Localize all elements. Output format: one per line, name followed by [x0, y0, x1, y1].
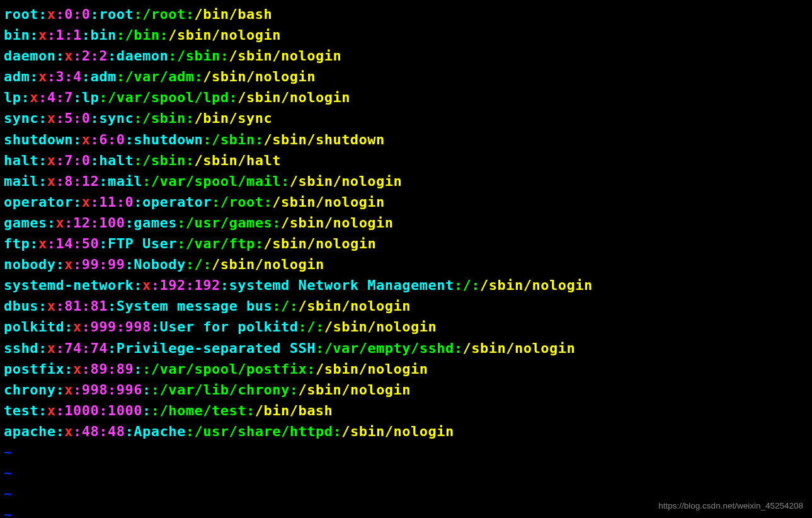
password-field: x — [82, 132, 91, 147]
passwd-line: daemon:x:2:2:daemon:/sbin:/sbin/nologin — [4, 45, 808, 66]
home-field: /usr/share/httpd — [194, 423, 333, 439]
gid-field: 192 — [194, 277, 220, 293]
gid-field: 2 — [99, 48, 108, 64]
password-field: x — [55, 215, 64, 231]
passwd-line: halt:x:7:0:halt:/sbin:/sbin/halt — [4, 150, 808, 171]
gecos-field: daemon — [117, 48, 168, 64]
uid-field: 3 — [56, 69, 65, 84]
gid-field: 48 — [108, 423, 125, 439]
password-field: x — [47, 6, 56, 22]
home-field: / — [463, 277, 472, 293]
password-field: x — [64, 382, 73, 398]
gid-field: 7 — [64, 89, 73, 105]
home-field: / — [281, 298, 290, 314]
uid-field: 998 — [82, 382, 108, 398]
uid-field: 192 — [159, 277, 185, 293]
password-field: x — [47, 110, 56, 126]
uid-field: 99 — [82, 256, 100, 272]
shell-field: /sbin/nologin — [272, 194, 385, 210]
passwd-line: operator:x:11:0:operator:/root:/sbin/nol… — [4, 192, 808, 212]
gecos-field: shutdown — [134, 132, 203, 147]
user-field: daemon — [4, 48, 55, 64]
home-field: /var/adm — [125, 69, 195, 84]
shell-field: /sbin/nologin — [237, 89, 350, 105]
gid-field: 99 — [108, 256, 125, 272]
home-field: /root — [142, 6, 186, 22]
user-field: halt — [4, 153, 38, 168]
terminal-output: root:x:0:0:root:/root:/bin/bashbin:x:1:1… — [0, 0, 812, 518]
password-field: x — [142, 277, 151, 293]
user-field: sshd — [4, 340, 38, 356]
shell-field: /sbin/nologin — [229, 48, 341, 64]
gid-field: 89 — [117, 361, 134, 377]
password-field: x — [64, 48, 73, 64]
home-field: / — [307, 319, 316, 335]
home-field: /sbin — [142, 153, 186, 168]
uid-field: 89 — [90, 361, 108, 377]
gid-field: 0 — [125, 194, 134, 210]
user-field: systemd-network — [4, 277, 134, 293]
gid-field: 1000 — [108, 403, 142, 418]
uid-field: 2 — [82, 48, 91, 64]
user-field: mail — [4, 173, 38, 189]
user-field: test — [4, 403, 38, 418]
passwd-line: shutdown:x:6:0:shutdown:/sbin:/sbin/shut… — [4, 129, 808, 150]
passwd-line: mail:x:8:12:mail:/var/spool/mail:/sbin/n… — [4, 171, 808, 192]
passwd-line: test:x:1000:1000::/home/test:/bin/bash — [4, 400, 808, 421]
uid-field: 4 — [47, 89, 56, 105]
gid-field: 0 — [117, 132, 125, 147]
gid-field: 100 — [99, 215, 125, 231]
empty-line-tilde: ~ — [4, 463, 808, 483]
uid-field: 8 — [64, 173, 73, 189]
uid-field: 1 — [56, 27, 65, 43]
uid-field: 5 — [64, 110, 73, 126]
home-field: /root — [220, 194, 264, 210]
password-field: x — [38, 27, 47, 43]
gecos-field: games — [134, 215, 177, 231]
passwd-line: chrony:x:998:996::/var/lib/chrony:/sbin/… — [4, 379, 808, 400]
shell-field: /sbin/nologin — [298, 298, 411, 314]
home-field: /usr/games — [186, 215, 272, 231]
password-field: x — [47, 340, 56, 356]
shell-field: /sbin/nologin — [168, 27, 281, 43]
gecos-field: adm — [91, 69, 117, 84]
user-field: adm — [4, 69, 30, 84]
shell-field: /sbin/shutdown — [263, 132, 384, 147]
passwd-line: root:x:0:0:root:/root:/bin/bash — [4, 4, 808, 25]
uid-field: 81 — [64, 298, 82, 314]
password-field: x — [38, 69, 47, 84]
shell-field: /sbin/nologin — [316, 361, 428, 377]
passwd-line: apache:x:48:48:Apache:/usr/share/httpd:/… — [4, 421, 808, 442]
gecos-field: bin — [91, 27, 117, 43]
uid-field: 11 — [99, 194, 117, 210]
gid-field: 74 — [90, 340, 108, 356]
shell-field: /sbin/nologin — [463, 340, 576, 356]
password-field: x — [30, 89, 38, 105]
passwd-line: lp:x:4:7:lp:/var/spool/lpd:/sbin/nologin — [4, 87, 808, 108]
user-field: bin — [4, 27, 30, 43]
uid-field: 0 — [64, 6, 73, 22]
user-field: nobody — [4, 256, 55, 272]
gecos-field: System message bus — [117, 298, 272, 314]
passwd-line: adm:x:3:4:adm:/var/adm:/sbin/nologin — [4, 66, 808, 87]
passwd-line: polkitd:x:999:998:User for polkitd:/:/sb… — [4, 316, 808, 337]
password-field: x — [82, 194, 91, 210]
password-field: x — [38, 236, 47, 251]
password-field: x — [47, 403, 56, 418]
home-field: /var/lib/chrony — [159, 382, 289, 398]
user-field: root — [4, 6, 38, 22]
passwd-line: postfix:x:89:89::/var/spool/postfix:/sbi… — [4, 359, 808, 379]
password-field: x — [73, 319, 82, 335]
shell-field: /bin/sync — [194, 110, 272, 126]
gid-field: 996 — [117, 382, 142, 398]
gecos-field: root — [99, 6, 134, 22]
home-field: /sbin — [177, 48, 220, 64]
user-field: postfix — [4, 361, 64, 377]
home-field: /home/test — [159, 403, 246, 418]
passwd-line: sshd:x:74:74:Privilege-separated SSH:/va… — [4, 338, 808, 359]
gecos-field: Nobody — [134, 256, 185, 272]
gecos-field: halt — [99, 153, 134, 168]
home-field: /var/ftp — [186, 236, 255, 251]
home-field: /var/spool/lpd — [108, 89, 229, 105]
user-field: shutdown — [4, 132, 73, 147]
